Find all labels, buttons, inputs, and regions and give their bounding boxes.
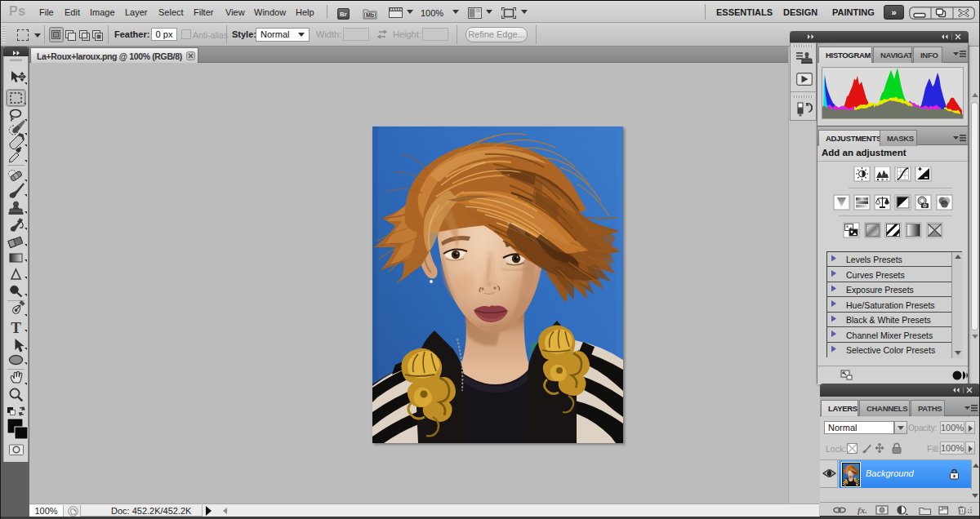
svg-text:Mb: Mb xyxy=(366,12,374,18)
svg-text:fx.: fx. xyxy=(858,505,867,515)
svg-text:T: T xyxy=(11,319,21,336)
